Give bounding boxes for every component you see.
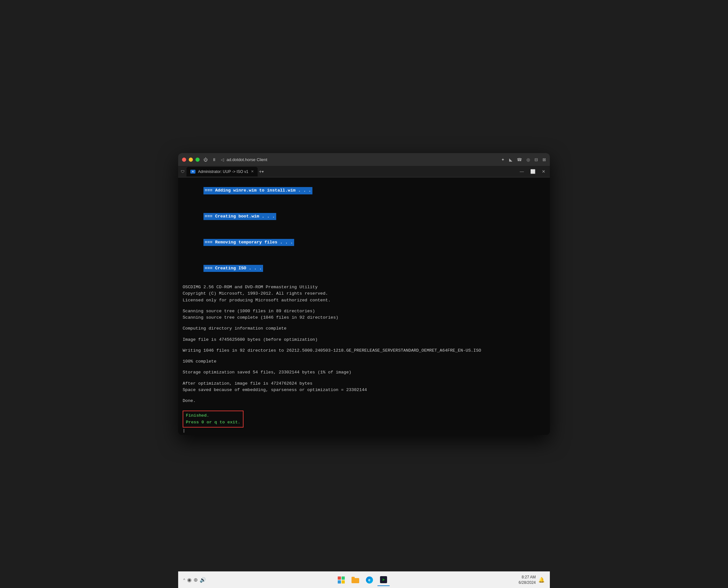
wifi-status-icon[interactable]: ◉ (187, 577, 191, 583)
folder-icon (351, 577, 359, 583)
scan-line2: Scanning source tree complete (1046 file… (183, 315, 545, 321)
terminal-taskbar-icon (380, 576, 387, 583)
blank-8 (183, 343, 545, 348)
finished-box: Finished. Press 0 or q to exit. (183, 411, 244, 427)
tab-label: Administrator: UUP -> ISO v1 (198, 169, 248, 174)
panes-icon[interactable]: ⊠ (543, 157, 546, 162)
traffic-lights (182, 158, 200, 162)
taskbar: ^ ◉ ⊕ 🔊 e (178, 571, 550, 588)
terminal-tab-icon: A (190, 170, 196, 173)
press-exit-text: Press 0 or q to exit. (186, 419, 240, 426)
winlogo-blue (338, 580, 341, 584)
blank-10 (183, 365, 545, 369)
folder-body (351, 578, 359, 583)
window-controls: — ⬜ ✕ (518, 168, 547, 174)
highlight-removing: === Removing temporary files . . . (203, 239, 294, 246)
scan-line1: Scanning source tree (1000 files in 89 d… (183, 308, 545, 315)
terminal-line-4: === Creating ISO . . . (183, 258, 545, 279)
search-icon[interactable]: ◎ (526, 157, 530, 162)
active-tab[interactable]: A Administrator: UUP -> ISO v1 ✕ (186, 167, 258, 176)
shield-icon: 🛡 (181, 169, 185, 174)
maximize-button[interactable] (196, 158, 200, 162)
taskbar-system-tray-left: ^ ◉ ⊕ 🔊 (183, 577, 206, 583)
clock-date: 6/28/2024 (519, 580, 536, 585)
highlight-creatingiso: === Creating ISO . . . (203, 265, 263, 272)
new-tab-button[interactable]: + (259, 169, 262, 174)
titlebar-right-icons: ✦ ◣ ☎ ◎ ⊟ ⊠ (501, 157, 546, 162)
after-opt-line2: Space saved because of embedding, sparse… (183, 387, 545, 393)
power-icon[interactable]: ⏻ (203, 157, 208, 162)
folder-icon[interactable]: ⊟ (534, 157, 538, 162)
winlogo-red (338, 576, 341, 580)
chevron-up-icon[interactable]: ^ (183, 578, 185, 582)
blank-3 (183, 254, 545, 258)
terminal-window: ⏻ ⏸ ◁ ad.dotdot.horse Client ✦ ◣ ☎ ◎ ⊟ ⊠… (178, 153, 550, 435)
file-explorer-button[interactable] (349, 574, 361, 586)
edge-icon: e (366, 576, 373, 584)
titlebar: ⏻ ⏸ ◁ ad.dotdot.horse Client ✦ ◣ ☎ ◎ ⊟ ⊠ (178, 153, 550, 166)
terminal-taskbar-button[interactable] (378, 574, 390, 586)
progress-line: 100% complete (183, 358, 545, 365)
taskbar-center: e (335, 574, 390, 586)
taskbar-clock[interactable]: 8:27 AM 6/28/2024 (519, 574, 536, 585)
minimize-button[interactable] (189, 158, 193, 162)
notification-icon[interactable]: 🔔 (538, 577, 545, 583)
start-button[interactable] (335, 574, 347, 586)
tab-dropdown-button[interactable]: ▾ (262, 169, 264, 174)
blank-5 (183, 303, 545, 308)
finished-text: Finished. (186, 413, 240, 419)
blank-4 (183, 279, 545, 284)
tab-close-button[interactable]: ✕ (251, 169, 254, 173)
brightness-icon[interactable]: ✦ (501, 157, 505, 162)
terminal-line-3: === Removing temporary files . . . (183, 232, 545, 254)
close-button[interactable] (182, 158, 186, 162)
titlebar-icons: ⏻ ⏸ ◁ (203, 157, 224, 162)
cursor-line: | (183, 427, 545, 434)
terminal-line-2: === Creating boot.wim . . . (183, 207, 545, 228)
edge-browser-button[interactable]: e (363, 574, 376, 586)
blank-6 (183, 321, 545, 326)
win-maximize-button[interactable]: ⬜ (528, 168, 537, 174)
blank-1 (183, 202, 545, 207)
storage-line: Storage optimization saved 54 files, 233… (183, 369, 545, 376)
taskbar-right: 8:27 AM 6/28/2024 🔔 (519, 574, 545, 585)
blank-13 (183, 404, 545, 409)
blank-11 (183, 376, 545, 380)
win-minimize-button[interactable]: — (518, 168, 526, 174)
back-icon[interactable]: ◁ (221, 157, 224, 162)
phone-icon[interactable]: ☎ (517, 157, 522, 162)
done-line: Done. (183, 398, 545, 404)
highlight-bootwim: === Creating boot.wim . . . (203, 213, 276, 220)
blank-9 (183, 354, 545, 358)
blank-12 (183, 393, 545, 398)
after-opt-line1: After optimization, image file is 472476… (183, 380, 545, 387)
image-size-line: Image file is 4745625600 bytes (before o… (183, 337, 545, 343)
network-icon[interactable]: ⊕ (194, 577, 198, 583)
terminal-content[interactable]: === Adding winre.wim to install.wim . . … (178, 177, 550, 435)
blank-7 (183, 332, 545, 337)
window-title: ad.dotdot.horse Client (226, 157, 267, 162)
highlight-winre: === Adding winre.wim to install.wim . . … (203, 187, 312, 194)
terminal-line-1: === Adding winre.wim to install.wim . . … (183, 181, 545, 202)
wifi-icon[interactable]: ◣ (509, 157, 512, 162)
oscdimg-line2: Copyright (C) Microsoft, 1993-2012. All … (183, 291, 545, 297)
winlogo-yellow (342, 580, 345, 584)
terminal-wrapper: === Adding winre.wim to install.wim . . … (178, 177, 550, 435)
blank-2 (183, 228, 545, 232)
pause-icon[interactable]: ⏸ (212, 157, 216, 162)
oscdimg-line1: OSCDIMG 2.56 CD-ROM and DVD-ROM Premaste… (183, 284, 545, 291)
sound-icon[interactable]: 🔊 (200, 577, 206, 583)
winlogo-green (342, 576, 345, 580)
tabbar: 🛡 A Administrator: UUP -> ISO v1 ✕ + ▾ —… (178, 166, 550, 177)
oscdimg-line3: Licensed only for producing Microsoft au… (183, 297, 545, 303)
win-close-button[interactable]: ✕ (540, 168, 547, 174)
writing-line: Writing 1046 files in 92 directories to … (183, 348, 545, 354)
clock-time: 8:27 AM (519, 574, 536, 580)
dir-info-line: Computing directory information complete (183, 326, 545, 332)
